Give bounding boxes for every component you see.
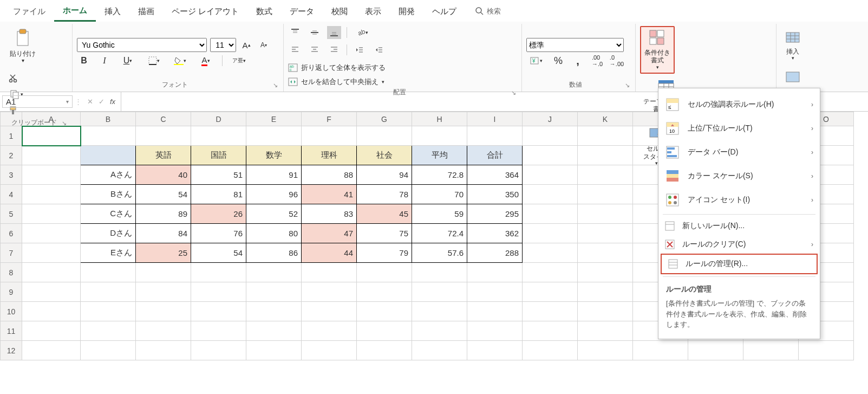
- cell-E10[interactable]: [246, 302, 302, 321]
- cell-C6[interactable]: 84: [136, 224, 191, 243]
- cell-J6[interactable]: [523, 224, 578, 243]
- col-header-J[interactable]: J: [523, 112, 578, 126]
- align-left-button[interactable]: [288, 43, 302, 56]
- cell-H2[interactable]: 平均: [412, 146, 467, 165]
- cell-J12[interactable]: [523, 341, 578, 360]
- cell-L12[interactable]: [633, 341, 688, 360]
- col-header-I[interactable]: I: [467, 112, 523, 126]
- tab-formulas[interactable]: 数式: [247, 2, 281, 21]
- cell-J3[interactable]: [523, 165, 578, 185]
- cut-button[interactable]: [6, 72, 21, 85]
- cell-D7[interactable]: 54: [191, 243, 246, 263]
- cell-G10[interactable]: [357, 302, 412, 321]
- paste-button[interactable]: 貼り付け ▾: [6, 26, 39, 66]
- italic-button[interactable]: I: [97, 54, 112, 67]
- cell-A9[interactable]: [22, 282, 81, 302]
- cell-E6[interactable]: 80: [246, 224, 302, 243]
- cell-B11[interactable]: [81, 321, 136, 341]
- col-header-G[interactable]: G: [357, 112, 412, 126]
- cell-F8[interactable]: [302, 263, 357, 282]
- cell-B12[interactable]: [81, 341, 136, 360]
- increase-decimal-button[interactable]: .00→.0: [590, 54, 604, 67]
- cell-J10[interactable]: [523, 302, 578, 321]
- cell-F2[interactable]: 理科: [302, 146, 357, 165]
- comma-button[interactable]: ,: [571, 54, 585, 67]
- cell-D9[interactable]: [191, 282, 246, 302]
- cell-A6[interactable]: [22, 224, 81, 243]
- cell-K8[interactable]: [578, 263, 633, 282]
- cell-C8[interactable]: [136, 263, 191, 282]
- menu-top-bottom-rules[interactable]: 10上位/下位ルール(T)›: [658, 117, 820, 140]
- col-header-E[interactable]: E: [246, 112, 302, 126]
- cell-O12[interactable]: [799, 341, 854, 360]
- cell-A11[interactable]: [22, 321, 81, 341]
- cell-D8[interactable]: [191, 263, 246, 282]
- cell-G3[interactable]: 94: [357, 165, 412, 185]
- cell-G5[interactable]: 45: [357, 204, 412, 224]
- cell-G7[interactable]: 79: [357, 243, 412, 263]
- cell-A7[interactable]: [22, 243, 81, 263]
- cell-B7[interactable]: Eさん: [81, 243, 136, 263]
- cell-M12[interactable]: [688, 341, 743, 360]
- cell-G4[interactable]: 78: [357, 185, 412, 204]
- cancel-formula-button[interactable]: ✕: [87, 98, 93, 106]
- clipboard-launcher[interactable]: ↘: [62, 120, 68, 127]
- tab-help[interactable]: ヘルプ: [423, 2, 465, 21]
- cell-A4[interactable]: [22, 185, 81, 204]
- cell-H5[interactable]: 59: [412, 204, 467, 224]
- cell-D6[interactable]: 76: [191, 224, 246, 243]
- cell-D4[interactable]: 81: [191, 185, 246, 204]
- cell-H8[interactable]: [412, 263, 467, 282]
- cell-F1[interactable]: [302, 126, 357, 146]
- cell-A3[interactable]: [22, 165, 81, 185]
- row-header-12[interactable]: 12: [1, 341, 22, 360]
- cell-D5[interactable]: 26: [191, 204, 246, 224]
- menu-highlight-rules[interactable]: ≤セルの強調表示ルール(H)›: [658, 93, 820, 117]
- menu-clear-rules[interactable]: ルールのクリア(C)›: [658, 235, 820, 254]
- enter-formula-button[interactable]: ✓: [99, 98, 105, 106]
- cell-B9[interactable]: [81, 282, 136, 302]
- tab-home[interactable]: ホーム: [54, 1, 96, 22]
- cell-C9[interactable]: [136, 282, 191, 302]
- cell-F9[interactable]: [302, 282, 357, 302]
- cell-I10[interactable]: [467, 302, 523, 321]
- cell-H12[interactable]: [412, 341, 467, 360]
- cell-F4[interactable]: 41: [302, 185, 357, 204]
- tab-file[interactable]: ファイル: [4, 2, 54, 21]
- row-header-10[interactable]: 10: [1, 302, 22, 321]
- col-header-B[interactable]: B: [81, 112, 136, 126]
- cell-C1[interactable]: [136, 126, 191, 146]
- cell-F11[interactable]: [302, 321, 357, 341]
- align-center-button[interactable]: [308, 43, 322, 56]
- row-header-11[interactable]: 11: [1, 321, 22, 341]
- cell-G8[interactable]: [357, 263, 412, 282]
- tab-review[interactable]: 校閲: [323, 2, 356, 21]
- cell-I12[interactable]: [467, 341, 523, 360]
- font-name-select[interactable]: Yu Gothic: [77, 38, 207, 52]
- cell-I8[interactable]: [467, 263, 523, 282]
- cell-E8[interactable]: [246, 263, 302, 282]
- col-header-C[interactable]: C: [136, 112, 191, 126]
- cell-E11[interactable]: [246, 321, 302, 341]
- cell-K1[interactable]: [578, 126, 633, 146]
- cell-G2[interactable]: 社会: [357, 146, 412, 165]
- row-header-6[interactable]: 6: [1, 224, 22, 243]
- cell-A2[interactable]: [22, 146, 81, 165]
- menu-data-bars[interactable]: データ バー(D)›: [658, 140, 820, 164]
- col-header-D[interactable]: D: [191, 112, 246, 126]
- name-box[interactable]: A1 ▾: [2, 95, 73, 108]
- cell-A8[interactable]: [22, 263, 81, 282]
- align-right-button[interactable]: [327, 43, 341, 56]
- row-header-3[interactable]: 3: [1, 165, 22, 185]
- cell-C4[interactable]: 54: [136, 185, 191, 204]
- cell-K9[interactable]: [578, 282, 633, 302]
- cell-H6[interactable]: 72.4: [412, 224, 467, 243]
- increase-font-button[interactable]: A▴: [239, 38, 253, 51]
- cell-H10[interactable]: [412, 302, 467, 321]
- cell-K11[interactable]: [578, 321, 633, 341]
- col-header-K[interactable]: K: [578, 112, 633, 126]
- tab-view[interactable]: 表示: [356, 2, 390, 21]
- cell-D1[interactable]: [191, 126, 246, 146]
- decrease-font-button[interactable]: A▾: [257, 38, 271, 51]
- col-header-H[interactable]: H: [412, 112, 467, 126]
